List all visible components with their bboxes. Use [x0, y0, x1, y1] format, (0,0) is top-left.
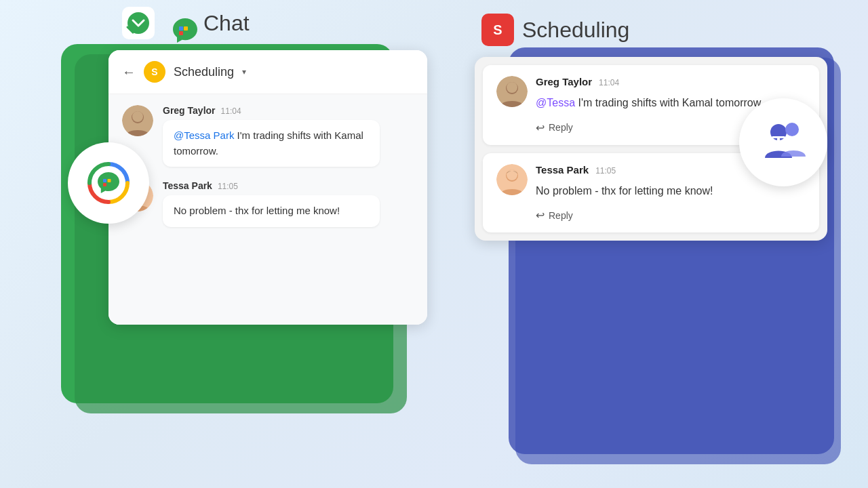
teams-msg-1-sender: Greg Taylor: [536, 76, 592, 87]
greg-avatar: [122, 105, 153, 136]
channel-avatar: S: [144, 61, 165, 83]
channel-name: Scheduling: [174, 65, 234, 79]
gchat-circle-icon: [84, 159, 133, 207]
teams-logo-badge: S: [481, 14, 514, 46]
svg-rect-9: [103, 183, 106, 186]
reply-icon-2: ↩: [536, 209, 545, 222]
svg-rect-7: [103, 179, 106, 182]
gchat-msg-2-text: No problem - thx for letting me know!: [174, 205, 340, 216]
teams-msg-2-text: No problem - thx for letting me know!: [536, 182, 806, 200]
svg-rect-21: [777, 138, 780, 147]
gchat-message-2: Tessa Park 11:05 No problem - thx for le…: [122, 180, 414, 227]
svg-rect-4: [184, 26, 188, 30]
gchat-msg-1-time: 11:04: [221, 106, 241, 116]
gchat-message-1: Greg Taylor 11:04 @Tessa Park I'm tradin…: [122, 105, 414, 167]
gchat-card-header: ← S Scheduling ▾: [108, 50, 427, 94]
teams-reply-btn-2[interactable]: ↩ Reply: [536, 209, 806, 222]
teams-logo-circle: [739, 98, 827, 186]
gchat-logo-circle: [68, 142, 149, 224]
gchat-icon: [170, 15, 201, 46]
teams-msg-2-time: 11:05: [595, 166, 616, 176]
teams-reply-label-2: Reply: [549, 210, 573, 221]
gchat-msg-1-sender: Greg Taylor: [163, 105, 216, 116]
teams-badge-label: S: [493, 22, 502, 38]
gchat-msg-1-bubble: @Tessa Park I'm trading shifts with Kama…: [163, 120, 380, 167]
teams-msg-1-time: 11:04: [599, 78, 619, 87]
gchat-msg-2-sender: Tessa Park: [163, 180, 212, 191]
gchat-msg-2-body: Tessa Park 11:05 No problem - thx for le…: [163, 180, 414, 227]
svg-rect-6: [184, 31, 188, 35]
svg-rect-8: [108, 179, 111, 182]
svg-rect-3: [179, 26, 183, 30]
svg-point-13: [132, 111, 143, 122]
teams-msg-2-sender: Tessa Park: [536, 164, 589, 176]
gchat-msg-2-time: 11:05: [218, 182, 238, 191]
teams-msg-1-body: I'm trading shifts with Kamal tomorrow.: [575, 97, 764, 108]
gchat-card: ← S Scheduling ▾: [108, 50, 427, 325]
svg-rect-5: [179, 31, 183, 35]
gchat-messages-list: Greg Taylor 11:04 @Tessa Park I'm tradin…: [108, 94, 427, 325]
gchat-mention-1: @Tessa Park: [174, 129, 234, 141]
channel-dropdown-arrow[interactable]: ▾: [242, 67, 246, 77]
teams-panel: S Scheduling: [475, 14, 827, 241]
svg-point-27: [507, 169, 517, 180]
teams-app-header: S Scheduling: [475, 14, 827, 46]
back-button[interactable]: ←: [122, 64, 136, 80]
svg-point-19: [785, 123, 799, 136]
gchat-msg-1-meta: Greg Taylor 11:04: [163, 105, 414, 116]
teams-reply-label-1: Reply: [549, 122, 573, 133]
gchat-msg-2-bubble: No problem - thx for letting me know!: [163, 195, 380, 227]
gchat-app-header: Chat: [68, 7, 427, 39]
gchat-panel: Chat ← S Scheduling ▾: [68, 7, 427, 325]
teams-msg-1-meta: Greg Taylor 11:04: [536, 76, 806, 87]
svg-point-24: [507, 82, 517, 93]
gchat-msg-2-meta: Tessa Park 11:05: [163, 180, 414, 191]
tessa-avatar-teams: [496, 164, 528, 195]
gchat-app-title: Chat: [203, 11, 250, 36]
teams-circle-icon: [753, 112, 814, 173]
greg-avatar-teams: [496, 76, 528, 107]
teams-app-title: Scheduling: [522, 18, 629, 43]
gchat-msg-1-body: Greg Taylor 11:04 @Tessa Park I'm tradin…: [163, 105, 414, 167]
gchat-app-logo: [122, 7, 155, 39]
reply-icon-1: ↩: [536, 121, 545, 134]
teams-mention-1: @Tessa: [536, 97, 575, 108]
svg-rect-10: [108, 183, 111, 186]
